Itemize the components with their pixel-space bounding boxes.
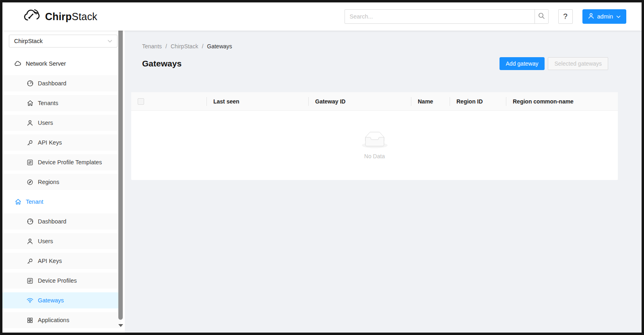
chirpstack-app-window: ChirpStack ?	[0, 0, 644, 335]
select-all-checkbox[interactable]	[138, 98, 144, 105]
selected-gateways-button[interactable]: Selected gateways	[548, 57, 608, 70]
sidebar-item-ns-regions[interactable]: Regions	[2, 174, 121, 190]
breadcrumb-separator: /	[202, 42, 203, 51]
caret-down-icon[interactable]	[118, 324, 123, 327]
column-header-region-common-name[interactable]: Region common-name	[506, 92, 618, 110]
tenant-select-value: ChirpStack	[14, 38, 43, 44]
sidebar-item-tenant-gateways[interactable]: Gateways	[2, 292, 121, 308]
sidebar-scrollbar-thumb[interactable]	[118, 31, 123, 320]
global-search	[345, 9, 549, 24]
breadcrumb-chirpstack-link[interactable]: ChirpStack	[171, 42, 198, 51]
sidebar-section-network-server[interactable]: Network Server	[2, 56, 121, 72]
user-menu-label: admin	[597, 13, 613, 20]
breadcrumb-separator: /	[165, 42, 167, 51]
sidebar-item-tenant-dashboard[interactable]: Dashboard	[2, 213, 121, 230]
search-input[interactable]	[345, 10, 535, 23]
sidebar-item-label: API Keys	[38, 258, 62, 264]
sliders-icon	[27, 278, 33, 284]
empty-state: No Data	[131, 111, 618, 180]
select-all-cell	[131, 92, 155, 110]
sidebar-item-label: Device Profile Templates	[38, 159, 102, 165]
sidebar-navigation: ChirpStack Network Server	[2, 31, 125, 333]
top-header-bar: ChirpStack ?	[2, 2, 642, 31]
add-gateway-button[interactable]: Add gateway	[500, 57, 545, 70]
sidebar-item-ns-tenants[interactable]: Tenants	[2, 95, 121, 111]
main-content: Tenants / ChirpStack / Gateways Gateways…	[125, 31, 642, 333]
home-icon	[27, 100, 33, 106]
logo-wordmark: ChirpStack	[45, 11, 97, 23]
user-icon	[27, 120, 33, 126]
column-header-name[interactable]: Name	[411, 92, 450, 110]
appstore-icon	[27, 317, 33, 323]
breadcrumb-current: Gateways	[207, 42, 232, 51]
sidebar-section-tenant[interactable]: Tenant	[2, 194, 121, 210]
table-header-row: Last seen Gateway ID Name Region ID Regi…	[131, 92, 618, 111]
sidebar-item-ns-api-keys[interactable]: API Keys	[2, 134, 121, 151]
column-header-status	[155, 92, 207, 110]
sidebar-item-label: Device Profiles	[38, 277, 77, 284]
compass-icon	[27, 179, 33, 185]
chevron-down-icon	[107, 38, 112, 44]
search-icon	[538, 12, 545, 21]
key-icon	[27, 140, 33, 146]
sidebar-item-label: API Keys	[38, 139, 62, 146]
sidebar-item-label: Dashboard	[38, 80, 66, 87]
sidebar-item-label: Dashboard	[38, 218, 66, 225]
dashboard-icon	[27, 218, 33, 225]
sidebar-item-tenant-users[interactable]: Users	[2, 233, 121, 249]
sidebar-section-label: Network Server	[26, 60, 66, 67]
sidebar-menu: Network Server Dashboard	[2, 56, 125, 328]
help-button[interactable]: ?	[558, 9, 573, 24]
user-icon	[588, 13, 594, 20]
gateways-table-card: Last seen Gateway ID Name Region ID Regi…	[131, 92, 618, 180]
sidebar-item-label: Users	[38, 120, 53, 126]
sidebar-item-label: Regions	[38, 179, 59, 185]
search-button[interactable]	[535, 10, 548, 23]
sidebar-item-label: Users	[38, 238, 53, 244]
inbox-icon	[362, 132, 388, 150]
user-menu-button[interactable]: admin	[582, 9, 627, 24]
page-title: Gateways	[142, 59, 182, 68]
sidebar-item-label: Tenants	[38, 100, 58, 106]
empty-state-text: No Data	[364, 153, 385, 159]
user-icon	[27, 238, 33, 244]
tenant-select-dropdown[interactable]: ChirpStack	[9, 35, 118, 48]
home-icon	[14, 199, 21, 205]
sidebar-item-tenant-device-profiles[interactable]: Device Profiles	[2, 273, 121, 289]
chevron-down-icon	[616, 13, 621, 20]
sidebar-item-tenant-applications[interactable]: Applications	[2, 312, 121, 328]
sidebar-item-ns-device-profile-templates[interactable]: Device Profile Templates	[2, 154, 121, 170]
wifi-icon	[27, 298, 33, 303]
column-header-gateway-id[interactable]: Gateway ID	[309, 92, 411, 110]
sidebar-item-label: Applications	[38, 317, 69, 323]
sidebar-item-label: Gateways	[38, 297, 64, 304]
key-icon	[27, 258, 33, 264]
chirpstack-cloud-icon	[23, 8, 41, 25]
breadcrumb-tenants-link[interactable]: Tenants	[142, 42, 162, 51]
breadcrumb: Tenants / ChirpStack / Gateways	[142, 42, 618, 51]
sidebar-item-ns-dashboard[interactable]: Dashboard	[2, 75, 121, 91]
sidebar-section-label: Tenant	[26, 199, 43, 205]
column-header-region-id[interactable]: Region ID	[450, 92, 506, 110]
chirpstack-logo: ChirpStack	[23, 8, 97, 25]
cloud-icon	[14, 61, 21, 66]
sidebar-item-tenant-api-keys[interactable]: API Keys	[2, 253, 121, 269]
sliders-icon	[27, 159, 33, 165]
dashboard-icon	[27, 80, 33, 87]
column-header-last-seen[interactable]: Last seen	[207, 92, 309, 110]
sidebar-item-ns-users[interactable]: Users	[2, 115, 121, 131]
